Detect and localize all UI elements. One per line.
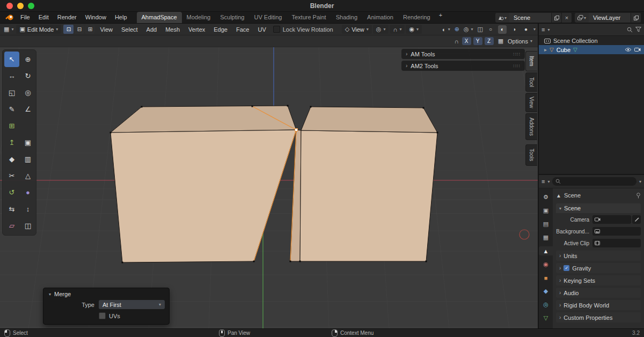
search-icon[interactable] (627, 27, 633, 33)
scene-copy-button[interactable] (552, 13, 561, 23)
snap-grid-icon[interactable]: ▦ (498, 38, 503, 45)
pivot-point-dropdown[interactable]: ◎ ▾ (373, 25, 389, 34)
tool-shrink-fatten[interactable]: ↕ (20, 201, 35, 217)
menu-mesh[interactable]: Mesh (162, 26, 184, 33)
close-window-button[interactable] (6, 3, 13, 9)
tool-inset-faces[interactable]: ▣ (20, 135, 35, 150)
tool-extrude-region[interactable]: ↥ (4, 135, 19, 150)
face-select-button[interactable]: ⊞ (85, 25, 95, 34)
panel-am-tools[interactable]: › AM Tools ∷∷ (401, 49, 525, 59)
tab-scene[interactable]: ▲ (539, 246, 553, 255)
tool-spin[interactable]: ↺ (4, 185, 19, 200)
workspace-tab-rendering[interactable]: Rendering (398, 12, 435, 23)
lock-view-rotation-checkbox[interactable] (273, 26, 280, 33)
uvs-checkbox[interactable] (99, 312, 106, 319)
panel-gravity[interactable]: › ✓ Gravity (556, 263, 641, 273)
viewlayer-add-button[interactable] (631, 13, 641, 23)
tab-modifiers[interactable]: ◆ (540, 287, 552, 296)
tool-cursor[interactable]: ⊕ (20, 52, 35, 67)
merge-type-dropdown[interactable]: At First ▾ (99, 300, 165, 309)
mirror-x-button[interactable]: X (462, 37, 471, 45)
tool-annotate[interactable]: ✎ (4, 101, 19, 117)
tab-output[interactable]: ▤ (540, 219, 552, 229)
tool-transform[interactable]: ◎ (20, 85, 35, 100)
eyedropper-button[interactable] (632, 215, 641, 224)
workspace-tab-shading[interactable]: Shading (331, 12, 362, 23)
minimize-window-button[interactable] (17, 3, 24, 9)
outliner-row-cube[interactable]: ▸ ▽ Cube ▽ (539, 45, 644, 54)
menu-add[interactable]: Add (143, 26, 161, 33)
tab-object-data[interactable]: ▽ (540, 313, 552, 323)
tab-object[interactable]: ■ (540, 273, 552, 282)
menu-select[interactable]: Select (118, 26, 142, 33)
shading-rendered-button[interactable]: ● (522, 25, 530, 34)
workspace-tab-ahmadspace[interactable]: AhmadSpace (137, 12, 182, 23)
shading-dropdown-chevron[interactable]: ▾ (533, 27, 536, 32)
tool-add-cube[interactable]: ⊞ (4, 118, 19, 134)
add-workspace-button[interactable]: + (435, 12, 446, 23)
panel-audio[interactable]: › Audio (556, 288, 641, 298)
workspace-tab-uv-editing[interactable]: UV Editing (249, 12, 287, 23)
eye-icon[interactable] (625, 47, 632, 52)
sidebar-tab-addons[interactable]: Addons (525, 113, 537, 140)
scene-browse-button[interactable]: ▾ (495, 13, 509, 23)
drag-handle-icon[interactable]: ∷∷ (514, 52, 521, 57)
tab-physics[interactable]: ◎ (540, 300, 552, 309)
tool-bevel[interactable]: ◆ (4, 151, 19, 167)
panel-keying-sets[interactable]: › Keying Sets (556, 275, 641, 285)
tool-loop-cut[interactable]: ▥ (20, 151, 35, 167)
menu-face[interactable]: Face (232, 26, 253, 33)
menu-vertex[interactable]: Vertex (185, 26, 209, 33)
vertex-select-button[interactable]: ⊡ (63, 25, 74, 34)
tool-edge-slide[interactable]: ⇆ (4, 201, 19, 217)
menu-edge[interactable]: Edge (210, 26, 231, 33)
snap-dropdown[interactable]: ∩ ▾ (390, 25, 405, 34)
tool-shear[interactable]: ▱ (4, 218, 19, 233)
shading-solid-button[interactable]: ◐ (498, 25, 507, 34)
outliner-editor-icon[interactable]: ≡ (541, 26, 545, 33)
tab-render[interactable]: ▣ (540, 206, 552, 215)
gravity-checkbox[interactable]: ✓ (564, 265, 569, 271)
options-dropdown[interactable]: Options (508, 38, 528, 45)
camera-field[interactable] (592, 215, 631, 224)
tool-smooth[interactable]: ● (20, 185, 35, 200)
panel-rigid-body-world[interactable]: › Rigid Body World (556, 300, 641, 310)
tab-view-layer[interactable]: ▦ (540, 233, 552, 242)
blender-logo-icon[interactable] (3, 14, 16, 21)
panel-custom-properties[interactable]: › Custom Properties (556, 312, 641, 323)
sidebar-tab-tools[interactable]: Tools (525, 144, 537, 166)
tool-rip-region[interactable]: ◫ (20, 218, 35, 233)
drag-handle-icon[interactable]: ∷∷ (514, 63, 521, 69)
shading-wireframe-button[interactable]: ○ (486, 25, 495, 34)
menu-window[interactable]: Window (81, 12, 111, 23)
scene-name-field[interactable]: Scene (509, 13, 551, 23)
proportional-editing-dropdown[interactable]: ◉ ▾ (406, 25, 422, 34)
menu-uv[interactable]: UV (254, 26, 269, 33)
xray-toggle[interactable]: ◫ (478, 26, 483, 33)
mirror-z-button[interactable]: Z (485, 37, 494, 45)
filter-icon[interactable] (635, 27, 641, 32)
expand-arrow-icon[interactable]: ▸ (544, 47, 547, 53)
workspace-tab-sculpting[interactable]: Sculpting (215, 12, 249, 23)
menu-render[interactable]: Render (53, 12, 81, 23)
tool-scale[interactable]: ◱ (4, 85, 19, 100)
viewport-3d[interactable] (0, 47, 538, 328)
tool-measure[interactable]: ∠ (20, 101, 35, 117)
background-scene-field[interactable] (592, 227, 641, 236)
overlays-dropdown[interactable]: ◎ ▾ (463, 25, 474, 34)
merge-panel-header[interactable]: ▾ Merge (43, 288, 169, 299)
workspace-tab-modeling[interactable]: Modeling (182, 12, 216, 23)
tab-world[interactable]: ◉ (540, 260, 552, 269)
workspace-tab-animation[interactable]: Animation (362, 12, 398, 23)
tool-poly-build[interactable]: △ (20, 168, 35, 184)
menu-help[interactable]: Help (111, 12, 131, 23)
menu-view[interactable]: View (96, 26, 116, 33)
filter-chevron-icon[interactable]: ▾ (639, 179, 641, 184)
sidebar-tab-item[interactable]: Item (525, 51, 537, 71)
workspace-tab-texture-paint[interactable]: Texture Paint (287, 12, 331, 23)
tab-tool[interactable]: ⚙ (540, 193, 552, 202)
properties-search-input[interactable] (552, 177, 636, 186)
editor-type-button[interactable]: ▦ ▾ (2, 25, 15, 34)
mirror-y-button[interactable]: Y (473, 37, 482, 45)
sidebar-tab-view[interactable]: View (525, 93, 537, 112)
